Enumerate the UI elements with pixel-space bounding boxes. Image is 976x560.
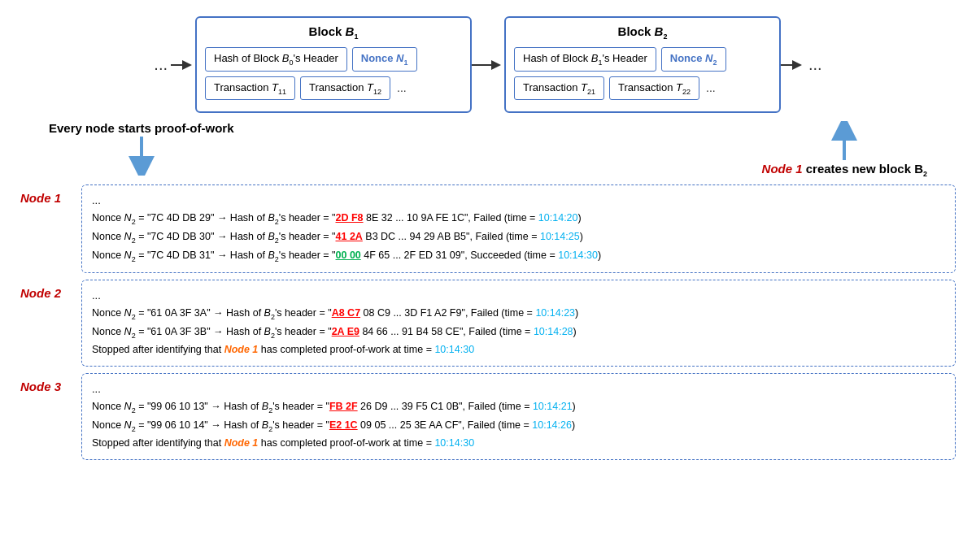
node1-content: ...Nonce N2 = "7C 4D DB 29" → Hash of B2… [81,184,956,272]
content-line: ... [92,287,945,305]
new-block-label: Node 1 creates new block B2 [762,162,927,178]
node-panel-node1: Node 1...Nonce N2 = "7C 4D DB 29" → Hash… [20,184,956,272]
block2-row2: Transaction T21 Transaction T22 ... [514,76,771,101]
left-ellipsis: ... [154,55,168,74]
node-panel-node3: Node 3...Nonce N2 = "99 06 10 13" → Hash… [20,373,956,460]
block2-dots: ... [706,81,716,94]
content-line: Nonce N2 = "7C 4D DB 31" → Hash of B2's … [92,247,945,266]
block1-dots: ... [397,81,407,94]
content-line: ... [92,192,945,210]
block-arrow-icon [472,57,504,73]
content-line: ... [92,380,945,398]
left-arrow-icon [171,57,195,73]
block1-row1: Hash of Block B0's Header Nonce N1 [205,47,462,72]
content-line: Nonce N2 = "99 06 10 14" → Hash of B2's … [92,417,945,436]
content-line: Stopped after identifying that Node 1 ha… [92,435,945,452]
node1-label: Node 1 [20,184,73,205]
block2-row1: Hash of Block B1's Header Nonce N2 [514,47,771,72]
content-line: Nonce N2 = "7C 4D DB 30" → Hash of B2's … [92,228,945,247]
blockchain-diagram: ... Block B1 Hash of Block B0's Header N… [16,16,960,113]
new-block-section: Node 1 creates new block B2 [762,121,927,178]
right-ellipsis: ... [808,55,822,74]
block1-title: Block B1 [205,24,462,41]
block2-title: Block B2 [514,24,771,41]
block1-tx2-cell: Transaction T12 [300,76,390,101]
node1-label-inline: Node 1 [762,162,803,176]
down-arrow-icon [127,135,156,176]
proof-of-work-section: Every node starts proof-of-work [49,121,234,176]
block1-hash-cell: Hash of Block B0's Header [205,47,347,72]
block1-row2: Transaction T11 Transaction T12 ... [205,76,462,101]
block2-hash-cell: Hash of Block B1's Header [514,47,656,72]
content-line: Nonce N2 = "61 0A 3F 3B" → Hash of B2's … [92,323,945,342]
block2-tx1-cell: Transaction T21 [514,76,604,101]
block2-tx2-cell: Transaction T22 [609,76,699,101]
block1: Block B1 Hash of Block B0's Header Nonce… [195,16,472,113]
node-panel-node2: Node 2...Nonce N2 = "61 0A 3F 3A" → Hash… [20,280,956,367]
block1-nonce-cell: Nonce N1 [352,47,417,72]
block2-nonce-cell: Nonce N2 [661,47,726,72]
proof-of-work-label: Every node starts proof-of-work [49,121,234,135]
node2-content: ...Nonce N2 = "61 0A 3F 3A" → Hash of B2… [81,280,956,367]
node3-label: Node 3 [20,373,73,393]
content-line: Nonce N2 = "99 06 10 13" → Hash of B2's … [92,398,945,417]
content-line: Nonce N2 = "7C 4D DB 29" → Hash of B2's … [92,210,945,228]
content-line: Nonce N2 = "61 0A 3F 3A" → Hash of B2's … [92,305,945,323]
nodes-section: Node 1...Nonce N2 = "7C 4D DB 29" → Hash… [16,184,960,459]
node3-content: ...Nonce N2 = "99 06 10 13" → Hash of B2… [81,373,956,460]
block1-tx1-cell: Transaction T11 [205,76,295,101]
right-arrow-icon [781,57,805,73]
node2-label: Node 2 [20,280,73,300]
up-arrow-icon [830,121,859,162]
content-line: Stopped after identifying that Node 1 ha… [92,341,945,358]
block2: Block B2 Hash of Block B1's Header Nonce… [504,16,781,113]
